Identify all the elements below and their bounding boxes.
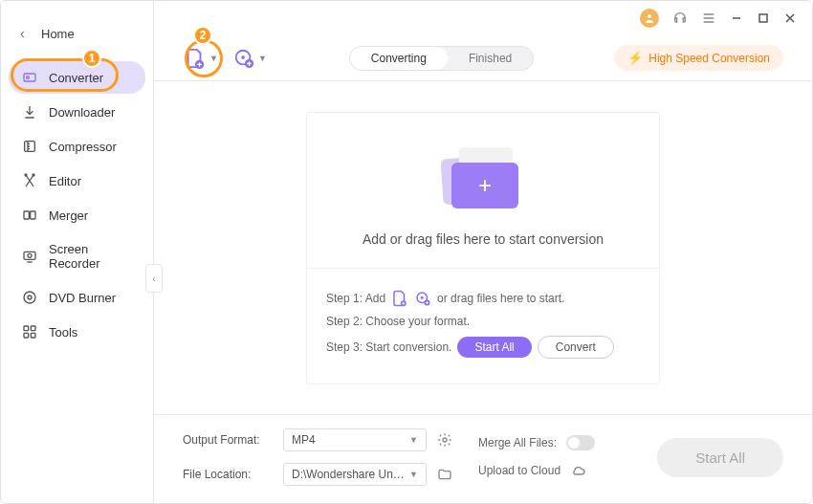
step-3: Step 3: Start conversion. Start All Conv…	[326, 336, 640, 359]
dvd-burner-icon	[22, 290, 37, 305]
chevron-down-icon: ▼	[409, 435, 418, 445]
output-format-label: Output Format:	[183, 433, 274, 447]
folder-plus-icon: +	[451, 163, 518, 208]
add-file-icon	[185, 48, 206, 69]
converter-icon	[22, 70, 37, 85]
tools-icon	[22, 324, 37, 340]
output-format-select[interactable]: MP4 ▼	[283, 428, 427, 451]
maximize-button[interactable]	[757, 11, 770, 25]
tab-segment: Converting Finished	[349, 46, 534, 71]
open-folder-icon[interactable]	[436, 466, 453, 483]
add-dvd-icon	[414, 290, 431, 307]
downloader-icon	[22, 104, 37, 120]
svg-rect-7	[24, 252, 35, 259]
file-location-value: D:\Wondershare UniConverter 1	[292, 468, 406, 481]
svg-rect-13	[24, 333, 29, 338]
bolt-icon: ⚡	[627, 51, 643, 65]
high-speed-conversion-button[interactable]: ⚡ High Speed Conversion	[614, 45, 783, 71]
high-speed-label: High Speed Conversion	[648, 52, 770, 65]
content-area: + Add or drag files here to start conver…	[154, 81, 812, 414]
home-nav[interactable]: ‹ Home	[1, 9, 153, 60]
back-icon: ‹	[20, 26, 28, 41]
sidebar-item-dvd-burner[interactable]: DVD Burner	[9, 281, 145, 314]
svg-point-25	[443, 438, 447, 442]
step3-text: Step 3: Start conversion.	[326, 340, 451, 354]
tutorial-badge-2: 2	[193, 26, 212, 45]
start-all-button[interactable]: Start All	[657, 438, 783, 477]
steps-panel: Step 1: Add or drag files here to start.…	[307, 268, 659, 383]
svg-point-10	[28, 296, 32, 299]
sidebar-item-label: Compressor	[49, 140, 117, 154]
step-2: Step 2: Choose your format.	[326, 315, 640, 328]
chevron-down-icon: ▼	[209, 54, 218, 63]
add-dvd-button[interactable]: ▼	[231, 44, 269, 73]
sidebar-item-label: Editor	[49, 174, 81, 188]
add-dvd-icon	[233, 48, 254, 69]
sidebar-item-merger[interactable]: Merger	[9, 199, 145, 231]
support-icon[interactable]	[672, 11, 688, 26]
svg-point-8	[28, 253, 32, 257]
folder-illustration: +	[430, 140, 536, 216]
upload-label: Upload to Cloud	[478, 464, 560, 477]
sidebar-item-label: DVD Burner	[49, 291, 116, 305]
sidebar-item-label: Screen Recorder	[49, 242, 132, 271]
drop-message: Add or drag files here to start conversi…	[326, 231, 640, 247]
minimize-button[interactable]	[730, 11, 743, 25]
svg-point-23	[421, 296, 424, 298]
sidebar-item-converter[interactable]: Converter	[9, 61, 145, 94]
toolbar: ▼ ▼ Converting Finished ⚡ High Speed Con…	[154, 35, 812, 81]
svg-rect-6	[31, 211, 35, 219]
sidebar-item-compressor[interactable]: Compressor	[9, 130, 145, 163]
sidebar-collapse-button[interactable]: ‹	[145, 264, 163, 293]
file-location-select[interactable]: D:\Wondershare UniConverter 1 ▼	[283, 463, 427, 486]
svg-point-1	[27, 77, 30, 79]
sidebar-item-editor[interactable]: Editor	[9, 164, 145, 197]
avatar[interactable]	[640, 9, 659, 28]
svg-point-19	[241, 55, 245, 59]
chevron-down-icon: ▼	[258, 54, 267, 63]
footer: Output Format: MP4 ▼ File Location: D:\W…	[154, 414, 812, 503]
svg-point-9	[24, 292, 35, 303]
svg-point-15	[648, 14, 651, 18]
step1-post: or drag files here to start.	[437, 292, 564, 305]
merge-toggle[interactable]	[566, 435, 595, 450]
compressor-icon	[22, 139, 37, 154]
sidebar-item-label: Tools	[49, 325, 77, 340]
drop-zone[interactable]: + Add or drag files here to start conver…	[307, 113, 659, 268]
add-file-icon	[391, 290, 408, 307]
tutorial-badge-1: 1	[82, 49, 101, 68]
close-button[interactable]	[783, 11, 797, 25]
sidebar-item-label: Merger	[49, 208, 88, 223]
step-1: Step 1: Add or drag files here to start.	[326, 290, 640, 307]
screen-recorder-icon	[22, 249, 37, 264]
merge-label: Merge All Files:	[478, 436, 557, 449]
drop-card: + Add or drag files here to start conver…	[306, 112, 660, 384]
sidebar-item-tools[interactable]: Tools	[9, 316, 145, 348]
convert-demo-button[interactable]: Convert	[538, 336, 614, 359]
menu-icon[interactable]	[701, 11, 716, 26]
svg-rect-14	[31, 333, 35, 338]
editor-icon	[22, 173, 37, 188]
chevron-down-icon: ▼	[409, 470, 418, 479]
sidebar-item-label: Downloader	[49, 105, 115, 120]
file-location-label: File Location:	[183, 468, 274, 481]
sidebar: ‹ Home Converter Downloader Compressor	[1, 1, 154, 503]
tab-converting[interactable]: Converting	[350, 47, 448, 70]
sidebar-item-downloader[interactable]: Downloader	[9, 96, 145, 128]
titlebar	[154, 1, 812, 35]
sidebar-nav: Converter Downloader Compressor Editor	[1, 60, 153, 349]
start-all-demo-button[interactable]: Start All	[457, 337, 531, 358]
add-file-button[interactable]: ▼	[183, 44, 220, 73]
main-panel: ▼ ▼ Converting Finished ⚡ High Speed Con…	[154, 1, 812, 503]
merger-icon	[22, 208, 37, 223]
sidebar-item-screen-recorder[interactable]: Screen Recorder	[9, 233, 145, 279]
output-settings-icon[interactable]	[436, 431, 453, 449]
sidebar-item-label: Converter	[49, 71, 103, 85]
cloud-icon[interactable]	[570, 462, 587, 479]
svg-rect-16	[759, 14, 767, 22]
svg-rect-5	[24, 211, 29, 219]
output-format-value: MP4	[292, 433, 316, 447]
home-label: Home	[41, 27, 75, 41]
svg-rect-11	[24, 326, 29, 331]
tab-finished[interactable]: Finished	[448, 47, 533, 70]
